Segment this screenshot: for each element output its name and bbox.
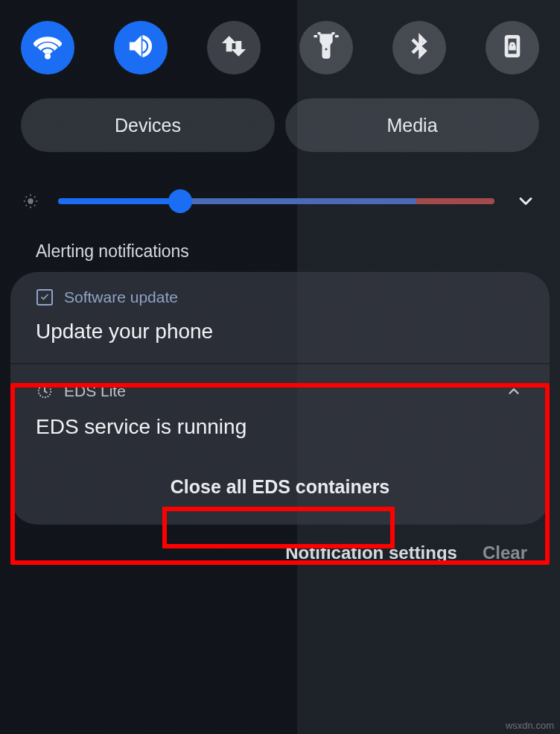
svg-point-0 [28,198,33,203]
bluetooth-tile[interactable] [392,21,446,75]
data-arrows-icon [220,32,248,63]
notification-settings-button[interactable]: Notification settings [285,542,457,563]
notification-app-name: Software update [64,288,178,306]
notification-title: EDS service is running [36,415,524,439]
svg-line-7 [26,205,27,206]
notification-title: Update your phone [36,320,524,344]
data-transfer-tile[interactable] [207,21,261,75]
flashlight-icon [312,32,340,63]
speaker-icon [127,32,155,63]
alerting-section-label: Alerting notifications [0,240,560,272]
collapse-chevron-icon[interactable] [503,381,524,402]
wifi-icon [34,32,62,63]
bluetooth-icon [405,32,433,63]
checkbox-icon [36,288,54,306]
rotation-lock-tile[interactable] [486,21,539,75]
clock-icon [36,382,54,400]
notification-card-software-update[interactable]: Software update Update your phone [10,272,550,363]
notification-header: EDS Lite [36,381,524,402]
devices-pill[interactable]: Devices [21,98,275,152]
wifi-tile[interactable] [21,21,74,75]
brightness-slider-thumb[interactable] [168,189,192,213]
close-all-eds-containers-button[interactable]: Close all EDS containers [160,470,401,504]
expand-quick-settings-chevron[interactable] [512,188,539,215]
brightness-slider[interactable] [58,198,494,204]
svg-line-8 [34,197,35,197]
svg-line-6 [34,205,35,206]
clear-notifications-button[interactable]: Clear [483,542,527,563]
watermark: wsxdn.com [506,720,554,731]
notification-card-eds-lite[interactable]: EDS Lite EDS service is running Close al… [10,364,550,525]
flashlight-tile[interactable] [299,21,353,75]
notification-footer: Notification settings Clear [0,525,560,563]
brightness-row [0,165,560,240]
lock-portrait-icon [498,32,526,63]
sound-tile[interactable] [114,21,168,75]
notification-app-name: EDS Lite [64,382,126,400]
notification-group: Software update Update your phone EDS Li… [10,272,550,525]
quick-settings-row [0,15,560,89]
pill-row: Devices Media [0,89,560,165]
notification-header: Software update [36,288,524,306]
svg-line-5 [26,197,27,197]
brightness-low-icon [21,192,40,211]
media-pill[interactable]: Media [285,98,539,152]
